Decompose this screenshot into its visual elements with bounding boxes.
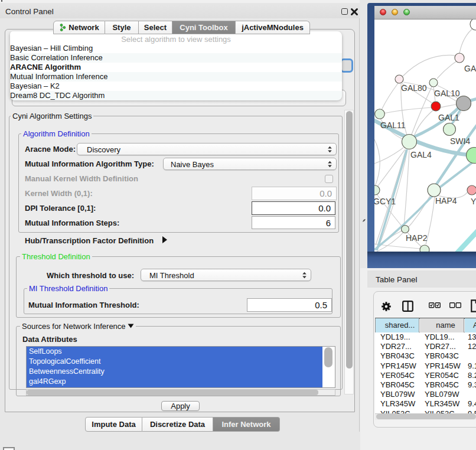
svg-text:YM: YM: [471, 197, 476, 206]
svg-text:GAL80: GAL80: [401, 83, 427, 93]
svg-text:HAP2: HAP2: [406, 233, 428, 243]
svg-text:GCY1: GCY1: [374, 197, 396, 206]
svg-text:GAL4: GAL4: [410, 150, 432, 159]
svg-text:GAL10: GAL10: [434, 89, 460, 98]
svg-text:SWI4: SWI4: [450, 136, 470, 146]
svg-text:HAP4: HAP4: [435, 196, 457, 206]
svg-text:GAL11: GAL11: [380, 120, 406, 130]
svg-text:GAL1: GAL1: [438, 113, 459, 122]
svg-text:GAL7: GAL7: [464, 64, 476, 73]
